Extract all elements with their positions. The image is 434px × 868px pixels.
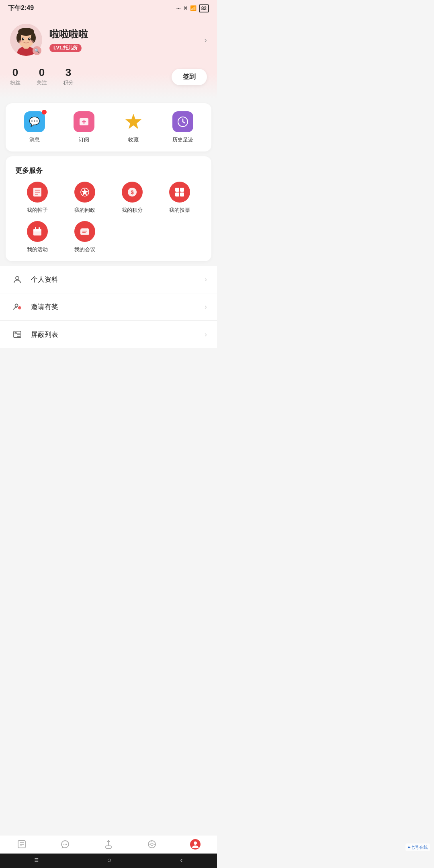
service-posts[interactable]: 我的帖子 xyxy=(14,182,61,214)
battery-indicator: 82 xyxy=(199,4,209,12)
level-badge: LV1.托儿所 xyxy=(49,44,82,52)
fans-label: 粉丝 xyxy=(10,79,20,86)
svg-point-39 xyxy=(16,276,19,280)
points-label: 积分 xyxy=(63,79,74,86)
stats-row: 0 粉丝 0 关注 3 积分 签到 xyxy=(10,67,207,86)
subscribe-label: 订阅 xyxy=(79,136,89,143)
invite-menu-icon xyxy=(10,300,25,314)
fans-count: 0 xyxy=(12,67,18,78)
invite-menu-arrow: › xyxy=(205,303,207,311)
svg-point-11 xyxy=(18,40,23,43)
action-favorite[interactable]: 收藏 xyxy=(123,111,144,143)
action-subscribe[interactable]: 订阅 xyxy=(74,111,94,143)
profile-menu-icon xyxy=(10,272,25,287)
service-meeting[interactable]: 我的会议 xyxy=(61,221,108,253)
service-vote[interactable]: 我的投票 xyxy=(156,182,203,214)
message-icon: 💬 xyxy=(29,117,40,127)
menu-invite[interactable]: 邀请有奖 › xyxy=(0,293,217,321)
profile-nav-arrow[interactable]: › xyxy=(204,35,207,45)
service-zhengwu[interactable]: 我的问政 xyxy=(61,182,108,214)
svg-point-9 xyxy=(23,38,24,39)
profile-top: 🔍 啦啦啦啦 LV1.托儿所 › xyxy=(10,24,207,56)
quick-actions-card: 💬 消息 订阅 收藏 xyxy=(6,103,211,151)
svg-point-8 xyxy=(28,38,31,41)
avatar-edit-icon[interactable]: 🔍 xyxy=(33,46,41,55)
meeting-label: 我的会议 xyxy=(74,246,95,253)
points-icon-bg: $ xyxy=(122,182,143,203)
points-icon-svg: $ xyxy=(127,186,138,198)
favorite-label: 收藏 xyxy=(128,136,139,143)
invite-icon xyxy=(12,302,22,312)
subscribe-icon-bg xyxy=(74,111,94,132)
menu-blocklist[interactable]: 屏蔽列表 › xyxy=(0,321,217,348)
points-icon-label: 我的积分 xyxy=(122,207,143,214)
wifi-icon: 📶 xyxy=(190,5,197,11)
service-points[interactable]: $ 我的积分 xyxy=(108,182,156,214)
activity-icon xyxy=(27,221,48,242)
profile-header: 🔍 啦啦啦啦 LV1.托儿所 › 0 粉丝 0 关注 3 积分 签到 xyxy=(0,16,217,98)
profile-menu-label: 个人资料 xyxy=(31,275,198,284)
profile-menu-arrow: › xyxy=(205,275,207,284)
menu-section: 个人资料 › 邀请有奖 › 屏蔽列表 xyxy=(0,266,217,348)
history-icon xyxy=(177,116,189,128)
blocklist-icon xyxy=(12,330,22,339)
message-icon-bg: 💬 xyxy=(24,111,45,132)
zhengwu-icon-svg xyxy=(80,187,90,197)
invite-menu-label: 邀请有奖 xyxy=(31,302,198,311)
svg-rect-29 xyxy=(180,188,184,192)
vote-icon-svg xyxy=(174,186,185,198)
svg-rect-28 xyxy=(175,188,179,192)
svg-rect-34 xyxy=(35,227,36,230)
notification-dot xyxy=(42,110,47,115)
svg-line-19 xyxy=(183,122,185,123)
follow-count: 0 xyxy=(39,67,45,78)
svg-point-40 xyxy=(15,304,18,307)
svg-point-12 xyxy=(30,40,34,43)
fans-stat[interactable]: 0 粉丝 xyxy=(10,67,20,86)
message-label: 消息 xyxy=(29,136,40,143)
svg-marker-16 xyxy=(125,114,141,129)
blocklist-menu-icon xyxy=(10,327,25,342)
services-grid: 我的帖子 我的问政 $ 我的积分 xyxy=(10,182,207,253)
service-activity[interactable]: 我的活动 xyxy=(14,221,61,253)
profile-info: 啦啦啦啦 LV1.托儿所 xyxy=(49,28,197,52)
svg-point-7 xyxy=(22,38,24,41)
status-time: 下午2:49 xyxy=(8,4,34,12)
svg-point-10 xyxy=(29,38,30,39)
posts-label: 我的帖子 xyxy=(27,207,48,214)
follow-stat[interactable]: 0 关注 xyxy=(37,67,47,86)
history-icon-bg xyxy=(172,111,193,132)
svg-rect-35 xyxy=(39,227,40,230)
activity-icon-svg xyxy=(32,226,43,237)
meeting-icon-svg xyxy=(79,226,90,237)
status-bar: 下午2:49 ··· ✕ 📶 82 xyxy=(0,0,217,16)
follow-label: 关注 xyxy=(37,79,47,86)
menu-profile[interactable]: 个人资料 › xyxy=(0,266,217,293)
status-icons: ··· ✕ 📶 82 xyxy=(176,4,209,12)
meeting-icon xyxy=(74,221,95,242)
zhengwu-label: 我的问政 xyxy=(74,207,95,214)
action-message[interactable]: 💬 消息 xyxy=(24,111,45,143)
posts-icon xyxy=(27,182,48,203)
points-count: 3 xyxy=(66,67,71,78)
svg-rect-33 xyxy=(33,229,41,231)
checkin-button[interactable]: 签到 xyxy=(172,69,207,85)
svg-rect-30 xyxy=(175,192,179,197)
action-history[interactable]: 历史足迹 xyxy=(172,111,193,143)
more-services-card: 更多服务 我的帖子 我的问政 xyxy=(6,156,211,261)
zhengwu-icon xyxy=(74,182,95,203)
favorite-icon xyxy=(123,111,144,132)
services-title: 更多服务 xyxy=(10,164,207,182)
signal-icon: ··· xyxy=(176,5,181,11)
vote-icon xyxy=(169,182,190,203)
quick-actions: 💬 消息 订阅 收藏 xyxy=(10,111,207,143)
posts-icon-svg xyxy=(32,187,43,197)
history-label: 历史足迹 xyxy=(172,136,193,143)
profile-name: 啦啦啦啦 xyxy=(49,28,197,41)
points-stat[interactable]: 3 积分 xyxy=(63,67,74,86)
favorite-icon-bg xyxy=(123,111,144,132)
activity-label: 我的活动 xyxy=(27,246,48,253)
person-icon xyxy=(12,275,22,285)
blocklist-menu-arrow: › xyxy=(205,330,207,339)
avatar-wrap[interactable]: 🔍 xyxy=(10,24,42,56)
